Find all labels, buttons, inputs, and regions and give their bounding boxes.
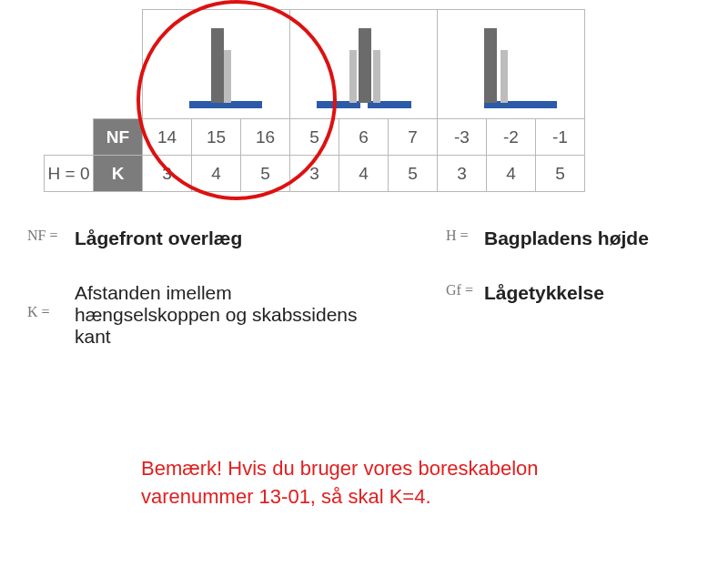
cell: 16 <box>241 119 290 156</box>
cell: 5 <box>536 156 585 192</box>
svg-rect-7 <box>373 50 380 103</box>
k-header: K <box>94 156 143 192</box>
h0-header: H = 0 <box>45 156 94 192</box>
cell: 5 <box>290 119 339 156</box>
lookup-table: NF 14 15 16 5 6 7 -3 -2 -1 H = 0 K 3 4 5… <box>44 9 585 192</box>
nf-header: NF <box>94 119 143 156</box>
cell: 3 <box>438 156 487 192</box>
mount-icon-half-overlay <box>290 10 438 119</box>
legend: NF = Lågefront overlæg H = Bagpladens hø… <box>27 228 701 380</box>
cell: 4 <box>192 156 241 192</box>
cell: 4 <box>487 156 536 192</box>
cell: 7 <box>389 119 438 156</box>
nf-row: NF 14 15 16 5 6 7 -3 -2 -1 <box>45 119 585 156</box>
cell: -1 <box>536 119 585 156</box>
svg-rect-9 <box>484 28 497 103</box>
cell: 3 <box>143 156 192 192</box>
icon-row <box>45 10 585 119</box>
k-symbol: K = <box>27 282 75 320</box>
diagram-root: NF 14 15 16 5 6 7 -3 -2 -1 H = 0 K 3 4 5… <box>0 0 728 587</box>
gf-definition: Lågetykkelse <box>484 282 701 304</box>
nf-definition: Lågefront overlæg <box>75 228 446 249</box>
cell: -3 <box>438 119 487 156</box>
cell: 4 <box>339 156 389 192</box>
legend-row: NF = Lågefront overlæg H = Bagpladens hø… <box>27 228 701 249</box>
cell: 15 <box>192 119 241 156</box>
mount-icon-full-overlay <box>143 10 290 119</box>
cell: 5 <box>241 156 290 192</box>
cell: 14 <box>143 119 192 156</box>
svg-rect-1 <box>211 28 224 103</box>
k-definition: Afstanden imellem hængselskoppen og skab… <box>75 282 366 348</box>
k-row: H = 0 K 3 4 5 3 4 5 3 4 5 <box>45 156 585 192</box>
mount-icon-inset <box>438 10 585 119</box>
gf-symbol: Gf = <box>446 282 484 299</box>
spacer <box>45 10 94 119</box>
spacer <box>94 10 143 119</box>
cell: 6 <box>339 119 389 156</box>
warning-note: Bemærk! Hvis du bruger vores boreskabelo… <box>141 455 614 511</box>
cell: 5 <box>389 156 438 192</box>
svg-rect-6 <box>349 50 357 103</box>
svg-rect-5 <box>359 28 371 103</box>
cell: 3 <box>290 156 339 192</box>
spacer <box>45 119 94 156</box>
legend-row: K = Afstanden imellem hængselskoppen og … <box>27 282 701 348</box>
svg-rect-10 <box>500 50 508 103</box>
h-definition: Bagpladens højde <box>484 228 701 249</box>
nf-symbol: NF = <box>27 228 75 244</box>
cell: -2 <box>487 119 536 156</box>
table: NF 14 15 16 5 6 7 -3 -2 -1 H = 0 K 3 4 5… <box>44 9 585 192</box>
h-symbol: H = <box>446 228 484 244</box>
svg-rect-2 <box>224 50 231 103</box>
